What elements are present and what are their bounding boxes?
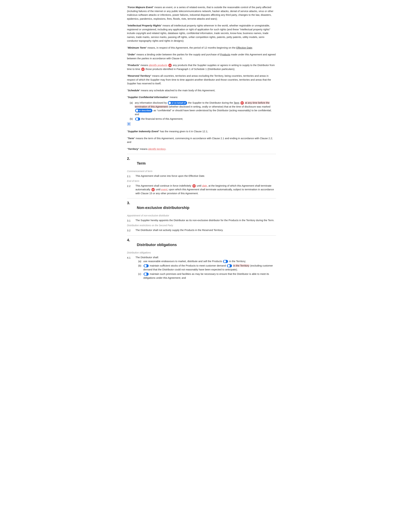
clause-2-1-number: 2.1 (127, 174, 135, 178)
term-definition-post: ; (252, 46, 253, 49)
event-placeholder: event (161, 188, 167, 191)
term-label: Schedule (128, 89, 139, 92)
definition-order: "Order" means a binding order between th… (127, 53, 276, 60)
toggle-knob-4a (224, 260, 226, 263)
section-4-content: Distribution obligations 4.1 The Distrib… (127, 251, 276, 280)
clause-4-1-number: 4.1 (127, 255, 135, 260)
clause-3-2-number: 3.2 (127, 228, 135, 233)
sub-clause-content-4-1-a: use reasonable endeavours to market, dis… (143, 260, 276, 263)
highlight-territory-b: in the Territory (233, 264, 249, 267)
term-label: Force Majeure Event (128, 6, 153, 9)
sub-clause-label-a: (a) (130, 101, 135, 116)
term-label: Minimum Term (128, 46, 146, 49)
sub-clause-a: (a) any information disclosed by or on b… (127, 101, 276, 116)
toggle-knob-4b (144, 265, 147, 267)
or-badge-2-2-2: or (151, 188, 155, 191)
toggle-territory-a[interactable] (223, 260, 228, 263)
term-label: Order (128, 53, 135, 56)
clause-3-1-text: The Supplier hereby appoints the Distrib… (135, 218, 276, 222)
section-2-content: Commencement of term 2.1 This Agreement … (127, 170, 276, 195)
subsection-label-appointment: Appointment of non-exclusive distributor (127, 214, 276, 217)
subsection-label-distribution-restrictions: Distribution restrictions on the Second … (127, 224, 276, 227)
term-label: Reserved Territory (128, 74, 150, 77)
toggle-premises-c[interactable] (144, 272, 149, 276)
term-definition-post: . (166, 147, 166, 150)
clause-2-2-number: 2.2 (127, 184, 135, 188)
or-badge-products-1: or (168, 64, 172, 67)
toggle-knob (169, 102, 171, 104)
term-definition-pre: means a binding order between the partie… (136, 53, 220, 56)
sub-clause-content-b: the financial terms of this Agreement; (135, 117, 276, 121)
definition-term: "Term" means the term of this Agreement,… (127, 136, 276, 144)
definition-products: "Products" means identify products or an… (127, 63, 276, 71)
definition-minimum-term: "Minimum Term" means, in respect of this… (127, 46, 276, 50)
sub-clause-content-4-1-c: maintain such premises and facilities as… (143, 272, 276, 280)
term-label: Intellectual Property Rights (128, 24, 161, 27)
section-4-number: 4. (127, 237, 133, 243)
term-label: Products (128, 64, 139, 67)
term-label: Supplier Confidential Information (128, 96, 168, 99)
toggle-label: or on behalf of (171, 101, 186, 104)
toggle-knob-3 (136, 118, 138, 120)
section-divider-2 (127, 198, 276, 198)
toggle-on-behalf[interactable]: or on behalf of (168, 101, 187, 105)
clause-4-1-b-pre: maintain sufficient stocks of the Produc… (150, 264, 227, 267)
definition-supplier-confidential: "Supplier Confidential Information" mean… (127, 95, 276, 127)
clause-3-1-number: 3.1 (127, 218, 135, 223)
clause-4-1-c: (c) maintain such premises and facilitie… (135, 272, 276, 280)
clause-3-1-row: 3.1 The Supplier hereby appoints the Dis… (127, 218, 276, 223)
term-definition: has the meaning given to it in Clause 12… (159, 130, 208, 133)
term-label: Supplier Indemnity Event (128, 130, 158, 133)
term-label: Term (128, 137, 134, 140)
sub-clause-content-a: any information disclosed by or on behal… (135, 101, 276, 116)
clause-2-1-row: 2.1 This Agreement shall come into force… (127, 174, 276, 178)
toggle-knob-4c (144, 273, 147, 275)
subsection-label-end-of-term: End of term (127, 179, 276, 183)
toggle-demand-b[interactable] (227, 264, 232, 267)
products-link: Products (220, 53, 230, 56)
territory-placeholder: identify territory (148, 147, 166, 150)
toggle-knob-2 (136, 109, 138, 112)
clause-3-2-text: The Distributor shall not actively suppl… (135, 228, 276, 232)
term-definition-pre: means, in respect of this Agreement, the… (147, 46, 236, 49)
clause-2-2-text: This Agreement shall continue in force i… (135, 184, 276, 195)
section-4-title: Distributor obligations (137, 242, 177, 247)
toggle-or-described[interactable]: or described (135, 109, 152, 112)
section-2-heading-row: 2. Term (127, 156, 276, 168)
clause-2-2-pre: This Agreement shall continue in force i… (135, 184, 192, 187)
add-icon[interactable] (127, 122, 131, 126)
clause-4-1-c-text: maintain such premises and facilities as… (143, 272, 269, 279)
toggle-label-2: or described (139, 109, 151, 112)
definition-ipr: "Intellectual Property Rights" means all… (127, 24, 276, 43)
definition-supplier-indemnity: "Supplier Indemnity Event" has the meani… (127, 130, 276, 133)
effective-date-link: Effective Date (236, 46, 252, 49)
clause-2-2-row: 2.2 This Agreement shall continue in for… (127, 184, 276, 195)
highlight-at-any-time: at any time before the termination of th… (135, 101, 270, 108)
toggle-knob-4b2 (227, 265, 230, 267)
clause-4-1-b: (b) maintain sufficient stocks of the Pr… (135, 264, 276, 272)
definition-schedule: "Schedule" means any schedule attached t… (127, 89, 276, 92)
section-2-number: 2. (127, 156, 133, 161)
sub-clause-content-4-1-b: maintain sufficient stocks of the Produc… (143, 264, 276, 272)
sub-clause-label-4-1-a: (a) (138, 260, 143, 263)
definition-force-majeure: "Force Majeure Event" means an event, or… (127, 6, 276, 21)
term-link: Term (234, 101, 239, 104)
sub-clause-label-4-1-b: (b) (138, 264, 143, 272)
or-badge-confidential: or (240, 101, 244, 105)
toggle-financial[interactable] (135, 118, 140, 120)
or-badge-products-2: or (141, 68, 145, 71)
section-2-title: Term (137, 160, 146, 166)
clause-3-2-row: 3.2 The Distributor shall not actively s… (127, 228, 276, 233)
clause-4-1-a: (a) use reasonable endeavours to market,… (135, 260, 276, 263)
clause-2-1-text: This Agreement shall come into force upo… (135, 174, 276, 178)
sub-clause-label-b: (b) (130, 117, 135, 121)
term-definition: means any schedule attached to the main … (140, 89, 215, 92)
clause-4-1-a-post: in the Territory; (229, 260, 246, 263)
definition-territory: "Territory" means identify territory. (127, 147, 276, 151)
or-badge-2-2-1: or (192, 184, 196, 188)
clause-4-1-a-pre: use reasonable endeavours to market, dis… (143, 260, 223, 263)
toggle-stocks-b[interactable] (144, 264, 149, 267)
sub-clause-label-4-1-c: (c) (138, 272, 143, 280)
sub-clause-b: (b) the financial terms of this Agreemen… (127, 117, 276, 121)
section-3-heading-row: 3. Non-exclusive distributorship (127, 200, 276, 213)
